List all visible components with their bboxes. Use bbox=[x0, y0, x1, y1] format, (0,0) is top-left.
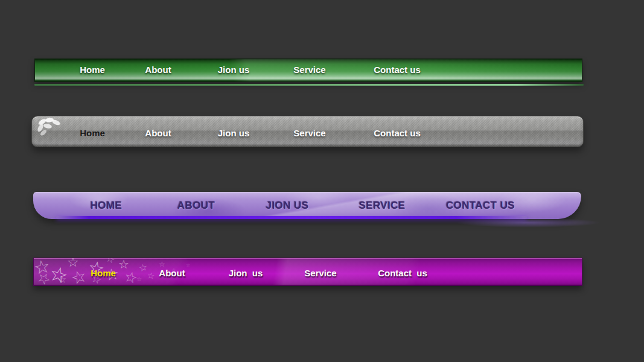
nav-green-service[interactable]: Service bbox=[293, 65, 325, 75]
navbar-green: Home About Jion us Service Contact us bbox=[34, 59, 582, 82]
star-icon: ☆ bbox=[138, 262, 148, 274]
nav-magenta-jion-us[interactable]: Jion us bbox=[229, 267, 263, 278]
star-icon: ☆ bbox=[57, 275, 67, 285]
star-icon: ☆ bbox=[118, 258, 129, 270]
nav-green-home[interactable]: Home bbox=[80, 65, 105, 75]
navbar-gray: Home About Jion us Service Contact us bbox=[31, 116, 584, 147]
star-icon: ☆ bbox=[69, 267, 89, 286]
nav-green-contact-us[interactable]: Contact us bbox=[374, 65, 421, 75]
purple-under-glow bbox=[456, 218, 601, 227]
star-icon: ☆ bbox=[67, 258, 79, 269]
nav-purple-service[interactable]: SERVICE bbox=[359, 200, 405, 212]
nav-purple-contact-us[interactable]: CONTACT US bbox=[446, 200, 515, 212]
star-icon: ☆ bbox=[136, 276, 142, 282]
star-icon: ☆ bbox=[34, 269, 53, 286]
nav-gray-jion-us[interactable]: Jion us bbox=[218, 128, 250, 138]
navbar-magenta: ☆ ☆ ☆ ☆ ☆ ☆ ☆ ☆ ☆ ☆ ☆ ☆ ☆ ☆ ☆ ☆ ☆ ☆ Home… bbox=[33, 258, 582, 286]
nav-magenta-about[interactable]: About bbox=[159, 267, 185, 278]
nav-green-about[interactable]: About bbox=[145, 65, 171, 75]
star-icon: ☆ bbox=[105, 258, 116, 265]
nav-purple-about[interactable]: ABOUT bbox=[177, 200, 215, 212]
nav-purple-home[interactable]: HOME bbox=[91, 200, 123, 212]
navbar-purple: HOME ABOUT JION US SERVICE CONTACT US bbox=[33, 192, 581, 219]
star-icon: ☆ bbox=[186, 263, 190, 268]
paw-flower-icon bbox=[34, 117, 66, 138]
star-icon: ☆ bbox=[159, 261, 165, 268]
green-reflection-line bbox=[34, 84, 584, 86]
nav-magenta-home[interactable]: Home bbox=[91, 267, 116, 278]
nav-gray-service[interactable]: Service bbox=[293, 128, 325, 138]
nav-magenta-contact-us[interactable]: Contact us bbox=[378, 267, 427, 278]
nav-gray-contact-us[interactable]: Contact us bbox=[374, 128, 421, 138]
star-icon: ☆ bbox=[33, 258, 51, 278]
design-canvas: Home About Jion us Service Contact us Ho… bbox=[0, 0, 644, 362]
nav-purple-jion-us[interactable]: JION US bbox=[266, 200, 309, 212]
star-icon: ☆ bbox=[47, 262, 70, 286]
nav-magenta-service[interactable]: Service bbox=[304, 267, 336, 278]
nav-gray-home[interactable]: Home bbox=[80, 128, 105, 138]
nav-green-jion-us[interactable]: Jion us bbox=[218, 65, 250, 75]
star-icon: ☆ bbox=[147, 271, 155, 281]
star-icon: ☆ bbox=[123, 269, 139, 286]
nav-gray-about[interactable]: About bbox=[145, 128, 171, 138]
